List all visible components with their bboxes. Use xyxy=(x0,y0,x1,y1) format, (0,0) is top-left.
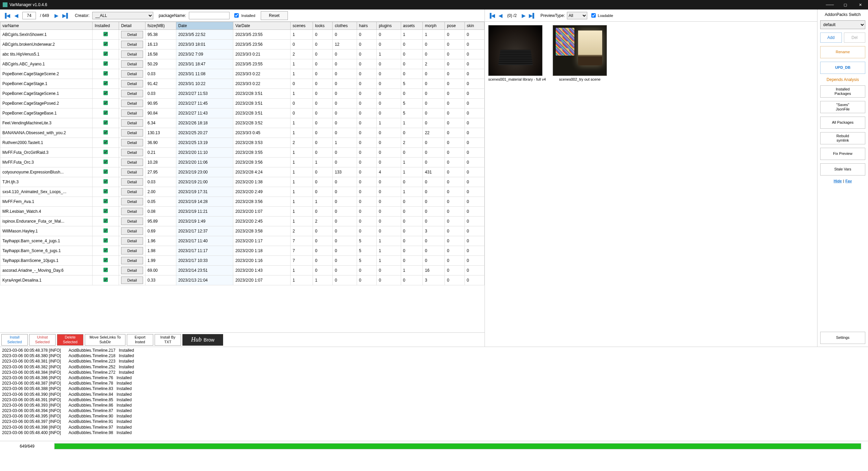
column-header[interactable]: clothes xyxy=(333,22,357,30)
column-header[interactable]: scenes xyxy=(290,22,313,30)
detail-button[interactable]: Detail xyxy=(121,168,143,176)
column-header[interactable]: Detail xyxy=(119,22,145,30)
installed-row-checkbox[interactable] xyxy=(103,238,108,243)
delete-selected-button[interactable]: Delete Selected xyxy=(57,334,83,346)
table-row[interactable]: MvFF.Futa_Orc.3Detail10.282023/2/20 11:0… xyxy=(0,158,485,167)
installed-row-checkbox[interactable] xyxy=(103,61,108,66)
close-button[interactable]: ✕ xyxy=(853,0,868,9)
table-row[interactable]: Taylhappi.Barn_Scene_6_jugs.1Detail1.982… xyxy=(0,246,485,256)
detail-button[interactable]: Detail xyxy=(121,257,143,264)
detail-button[interactable]: Detail xyxy=(121,159,143,166)
installed-row-checkbox[interactable] xyxy=(103,160,108,164)
installed-row-checkbox[interactable] xyxy=(103,278,108,282)
reset-button[interactable]: Reset xyxy=(261,11,288,20)
detail-button[interactable]: Detail xyxy=(121,41,143,48)
column-header[interactable]: Date xyxy=(176,22,233,30)
table-row[interactable]: MvFF.Fem_Ava.1Detail0.052023/2/19 14:282… xyxy=(0,197,485,207)
table-row[interactable]: MR.Lesbian_Watch.4Detail0.082023/2/19 11… xyxy=(0,207,485,217)
installed-row-checkbox[interactable] xyxy=(103,130,108,135)
table-row[interactable]: MvFF.Futa_OrcGirlRaid.3Detail0.212023/2/… xyxy=(0,148,485,158)
addon-add-button[interactable]: Add xyxy=(820,33,842,43)
installed-row-checkbox[interactable] xyxy=(103,101,108,105)
column-header[interactable]: fsize(MB) xyxy=(145,22,176,30)
detail-button[interactable]: Detail xyxy=(121,267,143,274)
table-row[interactable]: ABCgirls.ABC_Ayano.1Detail50.292023/3/1 … xyxy=(0,59,485,69)
settings-button[interactable]: Settings xyxy=(820,332,865,344)
thumbnail-item[interactable]: scenes002_try out scene xyxy=(553,25,607,81)
detail-button[interactable]: Detail xyxy=(121,80,143,87)
detail-button[interactable]: Detail xyxy=(121,178,143,186)
table-row[interactable]: abc tits.HipVenus5.1Detail16.582023/3/2 … xyxy=(0,49,485,59)
addon-select[interactable]: default xyxy=(820,20,865,29)
addon-del-button[interactable]: Del xyxy=(844,33,866,43)
detail-button[interactable]: Detail xyxy=(121,149,143,156)
detail-button[interactable]: Detail xyxy=(121,198,143,205)
detail-button[interactable]: Detail xyxy=(121,90,143,97)
table-row[interactable]: PopeBoner.CageStageScene.2Detail0.032023… xyxy=(0,69,485,79)
table-row[interactable]: TJH.tjh.3Detail0.032023/2/19 21:002023/2… xyxy=(0,177,485,187)
detail-button[interactable]: Detail xyxy=(121,208,143,215)
table-row[interactable]: PopeBoner.CageStageBase.1Detail90.842023… xyxy=(0,108,485,118)
column-header[interactable]: skin xyxy=(465,22,484,30)
installed-row-checkbox[interactable] xyxy=(103,91,108,95)
installed-row-checkbox[interactable] xyxy=(103,71,108,76)
saves-jsonfile-button[interactable]: "Saves" JsonFile xyxy=(820,101,865,113)
table-row[interactable]: Taylhappi.BarnScene_10jugs.1Detail1.9920… xyxy=(0,256,485,266)
table-row[interactable]: Ruthven2000.TasteIt.1Detail36.902023/2/2… xyxy=(0,138,485,148)
installed-row-checkbox[interactable] xyxy=(103,258,108,262)
table-row[interactable]: WillMason.Hayley.1Detail0.692023/2/17 12… xyxy=(0,226,485,236)
detail-button[interactable]: Detail xyxy=(121,109,143,117)
installed-row-checkbox[interactable] xyxy=(103,32,108,36)
fav-link[interactable]: Fav xyxy=(845,179,852,183)
detail-button[interactable]: Detail xyxy=(121,188,143,196)
stale-vars-button[interactable]: Stale Vars xyxy=(820,163,865,176)
hide-link[interactable]: Hide xyxy=(834,179,842,183)
fix-preview-button[interactable]: Fix Preview xyxy=(820,148,865,160)
table-row[interactable]: sxs4.110_Animated_Sex_Loops_...Detail2.0… xyxy=(0,187,485,197)
column-header[interactable]: VarDate xyxy=(233,22,291,30)
table-row[interactable]: ABCgirls.brokenUnderwear.2Detail16.13202… xyxy=(0,40,485,49)
installed-row-checkbox[interactable] xyxy=(103,209,108,213)
rebuild-symlink-button[interactable]: Rebuild symlink xyxy=(820,132,865,144)
thumbnail-item[interactable]: scenes001_material library - full v4 xyxy=(488,25,546,81)
table-row[interactable]: ascorad.Ariadne_-_Moving_Day.6Detail69.0… xyxy=(0,266,485,275)
column-header[interactable]: morph xyxy=(423,22,445,30)
installed-row-checkbox[interactable] xyxy=(103,110,108,115)
table-row[interactable]: Taylhappi.Barn_scene_4_jugs.1Detail1.962… xyxy=(0,236,485,246)
column-header[interactable]: hairs xyxy=(357,22,376,30)
detail-button[interactable]: Detail xyxy=(121,31,143,38)
install-txt-button[interactable]: Install By TXT xyxy=(155,334,181,346)
installed-packages-button[interactable]: Installed Packages xyxy=(820,85,865,98)
detail-button[interactable]: Detail xyxy=(121,237,143,245)
column-header[interactable]: looks xyxy=(313,22,333,30)
upd-db-button[interactable]: UPD_DB xyxy=(820,62,865,74)
installed-row-checkbox[interactable] xyxy=(103,199,108,203)
preview-last-icon[interactable]: ▶▌ xyxy=(529,12,536,19)
table-row[interactable]: PopeBoner.CageStage.1Detail91.422023/3/1… xyxy=(0,79,485,89)
installed-row-checkbox[interactable] xyxy=(103,169,108,174)
table-row[interactable]: ABCgirls.SexInShower.1Detail95.382023/3/… xyxy=(0,30,485,40)
table-row[interactable]: PopeBoner.CageStagePosed.2Detail90.95202… xyxy=(0,99,485,108)
column-header[interactable]: assets xyxy=(401,22,423,30)
installed-row-checkbox[interactable] xyxy=(103,81,108,85)
column-header[interactable]: Installed xyxy=(93,22,119,30)
installed-checkbox[interactable] xyxy=(234,13,239,18)
maximize-button[interactable]: ▢ xyxy=(837,0,853,9)
installed-row-checkbox[interactable] xyxy=(103,219,108,223)
addon-rename-button[interactable]: Rename xyxy=(820,46,865,58)
prev-page-icon[interactable]: ◀ xyxy=(13,12,20,19)
first-page-icon[interactable]: ▐◀ xyxy=(3,12,10,19)
export-insted-button[interactable]: Export Insted xyxy=(127,334,153,346)
installed-row-checkbox[interactable] xyxy=(103,120,108,125)
detail-button[interactable]: Detail xyxy=(121,277,143,284)
next-page-icon[interactable]: ▶ xyxy=(53,12,60,19)
hub-browse-button[interactable]: Hub Brow xyxy=(182,334,223,346)
preview-first-icon[interactable]: ▐◀ xyxy=(488,12,495,19)
installed-row-checkbox[interactable] xyxy=(103,189,108,193)
detail-button[interactable]: Detail xyxy=(121,70,143,78)
column-header[interactable]: pose xyxy=(445,22,465,30)
column-header[interactable]: plugins xyxy=(377,22,401,30)
detail-button[interactable]: Detail xyxy=(121,227,143,235)
preview-prev-icon[interactable]: ◀ xyxy=(497,12,504,19)
installed-row-checkbox[interactable] xyxy=(103,179,108,184)
